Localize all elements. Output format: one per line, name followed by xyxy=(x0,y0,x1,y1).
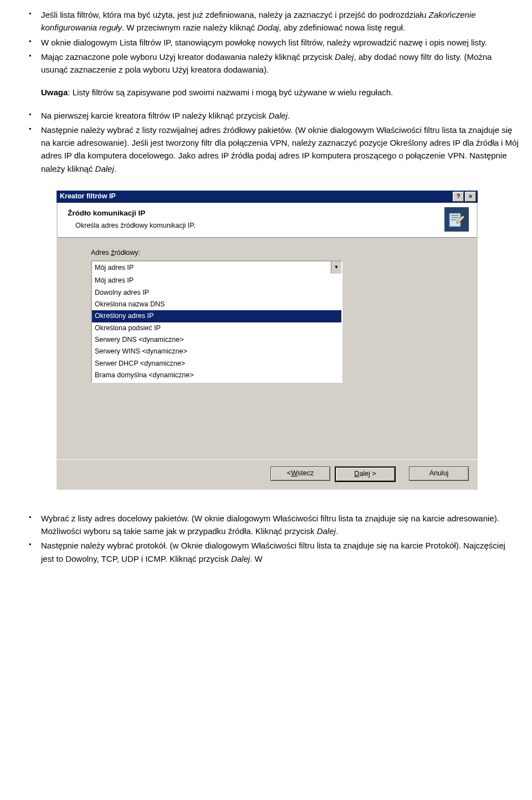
combo-value: Mój adres IP xyxy=(92,261,331,274)
bullet-item: Następnie należy wybrać z listy rozwijal… xyxy=(12,124,520,175)
field-label: Adres źródłowy: xyxy=(91,248,461,258)
header-title: Źródło komunikacji IP xyxy=(68,208,196,219)
combo-listbox[interactable]: Mój adres IPDowolny adres IPOkreślona na… xyxy=(91,275,342,382)
svg-rect-1 xyxy=(451,215,459,216)
bullet-list-1: Jeśli lista filtrów, która ma być użyta,… xyxy=(12,8,520,76)
bullet-list-3: Wybrać z listy adres docelowy pakietów. … xyxy=(12,512,520,565)
source-address-combo[interactable]: Mój adres IP ▼ xyxy=(91,260,342,275)
chevron-down-icon[interactable]: ▼ xyxy=(331,261,341,274)
dialog-header: Źródło komunikacji IP Określa adres źród… xyxy=(57,203,478,238)
bullet-item: Jeśli lista filtrów, która ma być użyta,… xyxy=(12,8,520,34)
bullet-item: W oknie dialogowym Lista filtrów IP, sta… xyxy=(12,36,520,49)
dialog-footer: < Wstecz Dalej > Anuluj xyxy=(57,459,478,490)
bullet-list-2: Na pierwszej karcie kreatora filtrów IP … xyxy=(12,109,520,175)
close-button[interactable]: × xyxy=(465,192,476,202)
cancel-button[interactable]: Anuluj xyxy=(409,466,469,481)
list-item[interactable]: Dowolny adres IP xyxy=(92,287,341,299)
header-subtitle: Określa adres źródłowy komunikacji IP. xyxy=(68,220,196,231)
bullet-item: Na pierwszej karcie kreatora filtrów IP … xyxy=(12,109,520,122)
dialog-body: Adres źródłowy: Mój adres IP ▼ Mój adres… xyxy=(57,238,478,459)
list-item[interactable]: Brama domyślna <dynamiczne> xyxy=(92,370,341,381)
next-button[interactable]: Dalej > xyxy=(335,466,396,482)
window-title: Kreator filtrów IP xyxy=(60,191,116,202)
title-bar: Kreator filtrów IP ? × xyxy=(57,191,478,203)
list-item[interactable]: Określony adres IP xyxy=(92,310,341,322)
list-item[interactable]: Serwer DHCP <dynamiczne> xyxy=(92,358,341,370)
help-button[interactable]: ? xyxy=(453,192,464,202)
list-item[interactable]: Serwery WINS <dynamiczne> xyxy=(92,346,341,357)
back-button[interactable]: < Wstecz xyxy=(270,466,330,481)
list-item[interactable]: Określona podsieć IP xyxy=(92,322,341,334)
bullet-item: Następnie należy wybrać protokół. (w Okn… xyxy=(12,539,520,565)
list-item[interactable]: Określona nazwa DNS xyxy=(92,299,341,310)
svg-rect-3 xyxy=(451,219,457,220)
wizard-dialog: Kreator filtrów IP ? × Źródło komunikacj… xyxy=(57,191,478,490)
svg-rect-2 xyxy=(451,217,459,218)
wizard-icon xyxy=(444,207,469,232)
note-paragraph: Uwaga: Listy filtrów są zapisywane pod s… xyxy=(12,86,520,99)
bullet-item: Wybrać z listy adres docelowy pakietów. … xyxy=(12,512,520,538)
list-item[interactable]: Serwery DNS <dynamiczne> xyxy=(92,334,341,346)
bullet-item: Mając zaznaczone pole wyboru Użyj kreato… xyxy=(12,50,520,76)
list-item[interactable]: Mój adres IP xyxy=(92,275,341,286)
